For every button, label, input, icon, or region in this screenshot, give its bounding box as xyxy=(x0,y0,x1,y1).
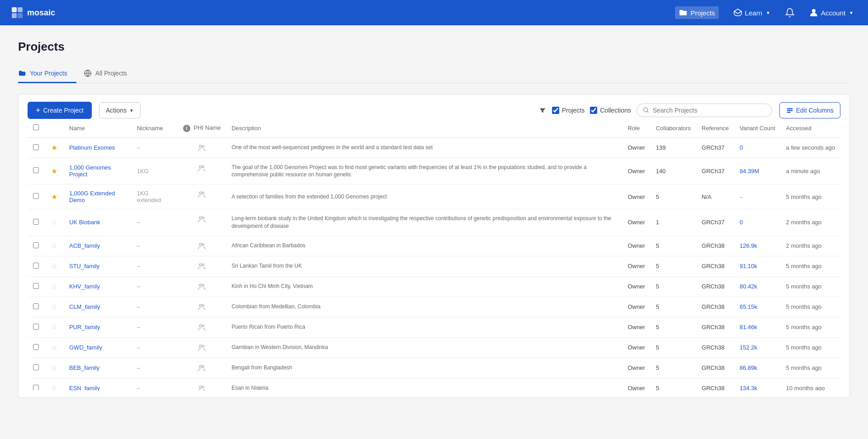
toolbar: + Create Project Actions ▼ Projects xyxy=(28,102,840,119)
role-value: Owner xyxy=(627,242,645,249)
project-name-link[interactable]: ACB_family xyxy=(69,242,100,249)
variant-count-link[interactable]: 134.3k xyxy=(740,385,757,390)
project-name-link[interactable]: 1,000G Extended Demo xyxy=(69,190,115,203)
project-name-link[interactable]: GWD_family xyxy=(69,344,102,351)
project-name-link[interactable]: CLM_family xyxy=(69,303,100,310)
project-name-link[interactable]: BEB_family xyxy=(69,364,99,371)
tab-your-projects-label: Your Projects xyxy=(30,70,67,77)
variant-count-link[interactable]: 152.2k xyxy=(740,344,757,351)
collaborators-value: 139 xyxy=(656,144,666,151)
project-name-link[interactable]: ESN_family xyxy=(69,385,100,390)
col-header-role: Role xyxy=(622,119,650,137)
header: mosaic Projects Learn ▼ Account ▼ xyxy=(0,0,868,25)
variant-count-value: – xyxy=(740,194,743,200)
star-empty-icon[interactable]: ☆ xyxy=(51,384,57,390)
row-checkbox[interactable] xyxy=(33,263,39,269)
variant-count-link[interactable]: 86.89k xyxy=(740,364,757,371)
row-checkbox[interactable] xyxy=(33,344,39,350)
variant-count-link[interactable]: 65.15k xyxy=(740,303,757,310)
search-input[interactable] xyxy=(653,107,765,114)
row-checkbox[interactable] xyxy=(33,242,39,248)
col-header-phi: i PHI Name xyxy=(178,119,226,137)
col-header-name: Name xyxy=(64,119,132,137)
variant-count-link[interactable]: 0 xyxy=(740,219,743,226)
edit-columns-button[interactable]: Edit Columns xyxy=(779,102,840,118)
create-project-button[interactable]: + Create Project xyxy=(28,102,92,119)
notification-bell-icon[interactable] xyxy=(785,8,795,18)
svg-point-17 xyxy=(203,243,204,245)
collaborators-value: 5 xyxy=(656,263,659,269)
tab-your-projects[interactable]: Your Projects xyxy=(18,65,76,83)
svg-rect-0 xyxy=(12,7,17,12)
projects-checkbox[interactable] xyxy=(552,107,559,114)
star-empty-icon[interactable]: ☆ xyxy=(51,218,57,226)
star-empty-icon[interactable]: ☆ xyxy=(51,242,57,250)
edit-columns-icon xyxy=(786,107,793,114)
row-checkbox[interactable] xyxy=(33,167,39,173)
table-row: ☆ESN_family– Esan in NigeriaOwner5GRCh38… xyxy=(28,378,840,390)
role-value: Owner xyxy=(627,283,645,290)
star-empty-icon[interactable]: ☆ xyxy=(51,262,57,270)
table-row: ★Platinum Exomes– One of the most well-s… xyxy=(28,137,840,158)
role-value: Owner xyxy=(627,219,645,226)
project-name-link[interactable]: 1,000 Genomes Project xyxy=(69,164,111,178)
reference-value: GRCh38 xyxy=(702,385,725,390)
project-name-link[interactable]: Platinum Exomes xyxy=(69,144,115,151)
variant-count-link[interactable]: 80.42k xyxy=(740,283,757,290)
col-header-star xyxy=(46,119,64,137)
collaborators-value: 5 xyxy=(656,324,659,330)
variant-count-link[interactable]: 91.10k xyxy=(740,263,757,269)
star-filled-icon[interactable]: ★ xyxy=(51,144,57,151)
collections-checkbox[interactable] xyxy=(590,107,597,114)
nav-learn[interactable]: Learn ▼ xyxy=(730,6,774,19)
svg-point-27 xyxy=(203,345,204,347)
learn-icon xyxy=(733,8,742,17)
nav-projects[interactable]: Projects xyxy=(675,6,718,19)
logo[interactable]: mosaic xyxy=(11,6,55,19)
variant-count-link[interactable]: 81.46k xyxy=(740,324,757,330)
reference-value: GRCh37 xyxy=(702,219,725,226)
star-empty-icon[interactable]: ☆ xyxy=(51,303,57,311)
project-name-link[interactable]: STU_family xyxy=(69,263,99,269)
tab-all-projects-icon xyxy=(84,69,92,77)
table-row: ☆BEB_family– Bengali from BangladeshOwne… xyxy=(28,358,840,378)
svg-point-20 xyxy=(199,284,202,286)
nickname-value: – xyxy=(137,144,140,151)
header-right: Projects Learn ▼ Account ▼ xyxy=(675,6,857,19)
phi-users-icon xyxy=(197,143,206,152)
star-empty-icon[interactable]: ☆ xyxy=(51,364,57,372)
row-checkbox[interactable] xyxy=(33,324,39,330)
star-filled-icon[interactable]: ★ xyxy=(51,193,57,201)
row-checkbox[interactable] xyxy=(33,193,39,199)
project-name-link[interactable]: PUR_family xyxy=(69,324,100,330)
projects-filter[interactable]: Projects xyxy=(552,107,585,114)
nav-account[interactable]: Account ▼ xyxy=(806,6,857,19)
project-name-link[interactable]: UK Biobank xyxy=(69,219,100,226)
variant-count-link[interactable]: 84.39M xyxy=(740,168,759,175)
star-empty-icon[interactable]: ☆ xyxy=(51,344,57,351)
row-checkbox[interactable] xyxy=(33,303,39,309)
description-value: A selection of families from the extende… xyxy=(231,194,387,200)
filter-icon[interactable] xyxy=(538,106,547,114)
row-checkbox[interactable] xyxy=(33,385,39,390)
project-name-link[interactable]: KHV_family xyxy=(69,283,100,290)
row-checkbox[interactable] xyxy=(33,144,39,150)
table-body: ★Platinum Exomes– One of the most well-s… xyxy=(28,137,840,390)
collections-filter-label: Collections xyxy=(600,107,631,114)
actions-button[interactable]: Actions ▼ xyxy=(99,102,141,118)
svg-rect-3 xyxy=(18,13,23,18)
row-checkbox[interactable] xyxy=(33,283,39,289)
nickname-value: – xyxy=(137,303,140,310)
star-filled-icon[interactable]: ★ xyxy=(51,167,57,175)
collections-filter[interactable]: Collections xyxy=(590,107,631,114)
row-checkbox[interactable] xyxy=(33,219,39,225)
select-all-checkbox[interactable] xyxy=(33,124,39,130)
tab-all-projects[interactable]: All Projects xyxy=(84,65,136,83)
create-project-label: Create Project xyxy=(43,107,84,114)
variant-count-link[interactable]: 0 xyxy=(740,144,743,151)
accessed-value: 5 months ago xyxy=(786,324,822,330)
variant-count-link[interactable]: 126.9k xyxy=(740,242,757,249)
star-empty-icon[interactable]: ☆ xyxy=(51,323,57,331)
star-empty-icon[interactable]: ☆ xyxy=(51,283,57,290)
row-checkbox[interactable] xyxy=(33,364,39,370)
